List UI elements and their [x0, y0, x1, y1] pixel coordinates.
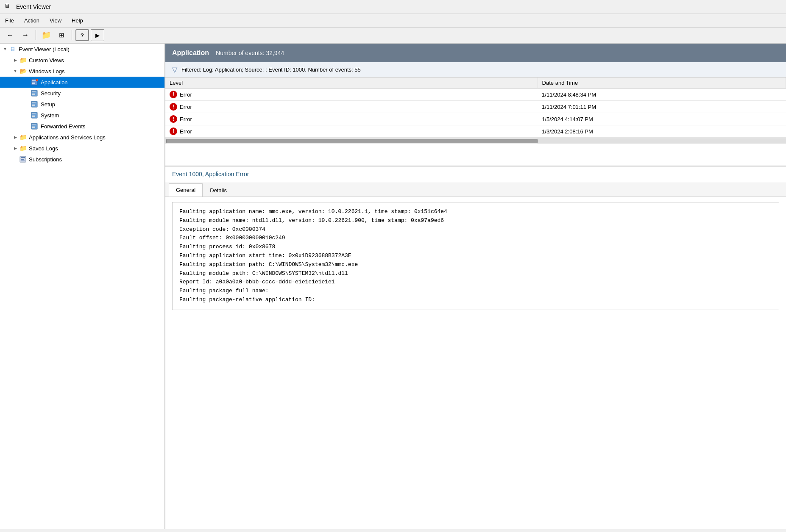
svg-rect-12	[32, 104, 35, 105]
main-layout: ▼ 🖥 Event Viewer (Local) ▶ 📁 Custom View…	[0, 44, 786, 529]
detail-header: Event 1000, Application Error	[165, 166, 786, 182]
detail-content-inner: Faulting application name: mmc.exe, vers…	[172, 202, 779, 310]
back-button[interactable]: ←	[3, 29, 17, 41]
tree-item-windows-logs[interactable]: ▼ 📂 Windows Logs	[0, 66, 164, 77]
table-row[interactable]: ! Error1/11/2024 7:01:11 PM	[165, 101, 786, 113]
app-services-toggle[interactable]: ▶	[12, 135, 19, 139]
security-log-icon	[31, 89, 39, 97]
custom-views-folder-icon: 📁	[19, 56, 27, 64]
menu-view[interactable]: View	[45, 16, 67, 25]
detail-tabs: General Details	[165, 182, 786, 197]
toolbar: ← → 📁 ⊞ ? ▶	[0, 28, 786, 44]
saved-logs-toggle[interactable]: ▶	[12, 146, 19, 150]
events-table-container[interactable]: Level Date and Time ! Error1/11/2024 8:4…	[165, 78, 786, 166]
tree-item-setup[interactable]: ▶ Setup	[0, 99, 164, 110]
svg-rect-11	[32, 103, 36, 103]
panel-header: Application Number of events: 32,944	[165, 44, 786, 62]
panel-title: Application	[172, 49, 209, 57]
svg-rect-24	[21, 159, 24, 160]
tree-panel: ▼ 🖥 Event Viewer (Local) ▶ 📁 Custom View…	[0, 44, 165, 529]
detail-line: Faulting module name: ntdll.dll, version…	[179, 216, 772, 225]
window-title: Event Viewer	[16, 3, 51, 10]
table-row[interactable]: ! Error1/11/2024 8:48:34 PM	[165, 89, 786, 101]
svg-rect-9	[32, 94, 35, 95]
detail-line: Faulting application path: C:\WINDOWS\Sy…	[179, 260, 772, 269]
tree-item-forwarded-events[interactable]: ▶ Forwarded Events	[0, 121, 164, 132]
title-bar: 🖥 Event Viewer	[0, 0, 786, 14]
filter-bar: ▽ Filtered: Log: Application; Source: ; …	[165, 62, 786, 78]
svg-rect-20	[32, 126, 35, 127]
tree-item-subscriptions[interactable]: ▶ Subscriptions	[0, 154, 164, 165]
toolbar-separator-2	[72, 30, 72, 40]
col-datetime[interactable]: Date and Time	[538, 78, 786, 89]
menu-action[interactable]: Action	[19, 16, 45, 25]
svg-rect-7	[32, 91, 36, 92]
table-row[interactable]: ! Error1/3/2024 2:08:16 PM	[165, 125, 786, 138]
tree-root[interactable]: ▼ 🖥 Event Viewer (Local)	[0, 44, 164, 55]
tree-item-system[interactable]: ▶ System	[0, 110, 164, 121]
filter-text: Filtered: Log: Application; Source: ; Ev…	[181, 66, 361, 73]
system-log-icon	[31, 111, 39, 119]
table-scrollbar[interactable]	[165, 138, 786, 144]
windows-logs-toggle[interactable]: ▼	[12, 69, 19, 73]
tree-item-app-services-logs[interactable]: ▶ 📁 Applications and Services Logs	[0, 132, 164, 143]
detail-line: Report Id: a0a0a0a0-bbbb-cccc-dddd-e1e1e…	[179, 278, 772, 287]
cell-level: ! Error	[165, 101, 538, 113]
cell-datetime: 1/5/2024 4:14:07 PM	[538, 113, 786, 125]
tree-item-application[interactable]: ▶ Application	[0, 77, 164, 88]
svg-rect-16	[32, 115, 35, 116]
tab-general[interactable]: General	[169, 183, 203, 197]
detail-line: Faulting process id: 0x0x8678	[179, 243, 772, 252]
saved-logs-label: Saved Logs	[29, 145, 58, 152]
svg-rect-23	[21, 157, 25, 158]
detail-content: Faulting application name: mmc.exe, vers…	[165, 197, 786, 529]
detail-line: Faulting module path: C:\WINDOWS\SYSTEM3…	[179, 269, 772, 278]
detail-line: Faulting application name: mmc.exe, vers…	[179, 208, 772, 216]
tree-root-toggle[interactable]: ▼	[2, 47, 8, 51]
detail-line: Exception code: 0xc0000374	[179, 225, 772, 234]
svg-rect-19	[32, 125, 36, 125]
svg-rect-2	[32, 82, 35, 83]
table-scrollbar-thumb[interactable]	[166, 139, 538, 143]
setup-label: Setup	[41, 101, 55, 108]
menu-help[interactable]: Help	[67, 16, 88, 25]
tree-item-security[interactable]: ▶ Security	[0, 88, 164, 99]
system-label: System	[41, 112, 59, 119]
tree-item-custom-views[interactable]: ▶ 📁 Custom Views	[0, 55, 164, 66]
setup-log-icon	[31, 100, 39, 108]
forward-button[interactable]: →	[19, 29, 32, 41]
cell-datetime: 1/11/2024 8:48:34 PM	[538, 89, 786, 101]
svg-rect-25	[21, 161, 25, 161]
custom-views-toggle[interactable]: ▶	[12, 58, 19, 62]
toolbar-separator-1	[36, 30, 36, 40]
cell-datetime: 1/11/2024 7:01:11 PM	[538, 101, 786, 113]
tree-root-label: Event Viewer (Local)	[19, 46, 70, 53]
up-button[interactable]: 📁	[39, 29, 53, 41]
subscriptions-icon	[19, 155, 27, 163]
show-hide-button[interactable]: ⊞	[55, 29, 68, 41]
export-button[interactable]: ▶	[91, 29, 104, 41]
detail-panel: Event 1000, Application Error General De…	[165, 166, 786, 529]
app-services-folder-icon: 📁	[19, 133, 27, 141]
cell-level: ! Error	[165, 113, 538, 125]
svg-rect-13	[32, 105, 35, 106]
cell-datetime: 1/3/2024 2:08:16 PM	[538, 125, 786, 138]
svg-rect-1	[32, 80, 36, 81]
svg-rect-3	[32, 83, 35, 84]
svg-rect-21	[32, 127, 35, 128]
panel-subtitle: Number of events: 32,944	[216, 50, 284, 56]
help-button[interactable]: ?	[75, 29, 89, 41]
tab-details[interactable]: Details	[203, 184, 234, 197]
application-log-icon	[31, 78, 39, 86]
svg-rect-15	[32, 114, 36, 114]
custom-views-label: Custom Views	[29, 57, 64, 64]
forwarded-events-label: Forwarded Events	[41, 123, 86, 130]
col-level[interactable]: Level	[165, 78, 538, 89]
filter-icon: ▽	[172, 66, 177, 74]
menu-file[interactable]: File	[0, 16, 19, 25]
svg-rect-17	[32, 116, 35, 117]
table-row[interactable]: ! Error1/5/2024 4:14:07 PM	[165, 113, 786, 125]
svg-rect-8	[32, 93, 35, 94]
app-icon: 🖥	[4, 3, 13, 11]
tree-item-saved-logs[interactable]: ▶ 📁 Saved Logs	[0, 143, 164, 154]
